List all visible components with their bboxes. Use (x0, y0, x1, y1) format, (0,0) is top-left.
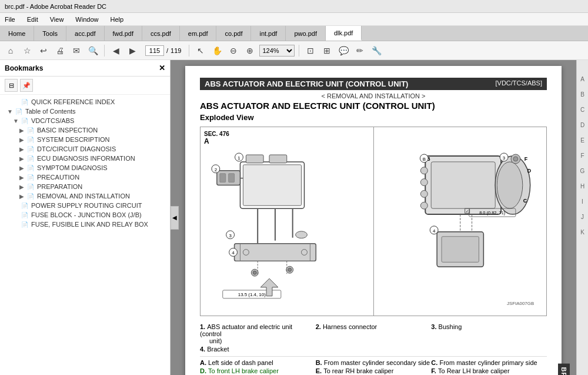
home-btn[interactable]: ⌂ (4, 44, 18, 58)
toggle-ecu[interactable]: ▶ (18, 155, 26, 162)
bookmark-btn[interactable]: ☆ (20, 44, 34, 58)
sidebar-item-quick-ref[interactable]: 📄 QUICK REFERENCE INDEX (0, 97, 170, 107)
brc-badge: BRC (558, 364, 570, 375)
tab-tools[interactable]: Tools (34, 26, 66, 41)
sidebar: Bookmarks ✕ ⊟ 📌 📄 QUICK REFERENCE INDEX … (0, 60, 171, 375)
svg-text:4: 4 (232, 250, 235, 255)
index-h[interactable]: H (577, 179, 588, 193)
toggle-basic[interactable]: ▶ (18, 127, 26, 134)
tab-em[interactable]: em.pdf (180, 26, 217, 41)
sidebar-collapse-handle[interactable]: ◀ (171, 206, 179, 230)
next-page-btn[interactable]: ▶ (125, 44, 139, 58)
toggle-toc[interactable]: ▼ (6, 108, 14, 115)
toggle-prep[interactable]: ▶ (18, 184, 26, 190)
toggle-symptom[interactable]: ▶ (18, 165, 26, 171)
sidebar-item-sys[interactable]: ▶ 📄 SYSTEM DESCRIPTION (0, 135, 170, 144)
back-btn[interactable]: ↩ (36, 44, 51, 58)
tab-co[interactable]: co.pdf (216, 26, 251, 41)
index-b[interactable]: B (577, 87, 588, 101)
index-a[interactable]: A (577, 72, 588, 86)
zoom-select[interactable]: 124% 100% 75% 150% (259, 45, 295, 57)
svg-text:3: 3 (502, 155, 505, 161)
sidebar-item-ecu[interactable]: ▶ 📄 ECU DIAGNOSIS INFORMATION (0, 154, 170, 163)
sidebar-tool-1[interactable]: ⊟ (5, 79, 18, 92)
index-i[interactable]: I (577, 194, 588, 208)
menu-view[interactable]: View (48, 15, 66, 24)
toggle-sys[interactable]: ▶ (18, 137, 26, 143)
doc-icon-fuse2: 📄 (20, 221, 29, 228)
menu-window[interactable]: Window (73, 15, 101, 24)
label-sys: SYSTEM DESCRIPTION (37, 136, 109, 143)
tab-fwd[interactable]: fwd.pdf (105, 26, 142, 41)
sidebar-header: Bookmarks ✕ (0, 60, 170, 77)
prev-page-btn[interactable]: ◀ (109, 44, 123, 58)
index-c[interactable]: C (577, 102, 588, 117)
parts-col-C: C. From master cylinder primary side (431, 359, 547, 366)
sidebar-item-prep[interactable]: ▶ 📄 PREPARATION (0, 182, 170, 191)
page-number-input[interactable] (145, 45, 164, 56)
toggle-dtc[interactable]: ▶ (18, 146, 26, 152)
sidebar-item-basic[interactable]: ▶ 📄 BASIC INSPECTION (0, 125, 170, 135)
cursor-btn[interactable]: ↖ (193, 44, 208, 58)
menu-help[interactable]: Help (108, 15, 126, 24)
index-j[interactable]: J (577, 210, 588, 224)
menu-edit[interactable]: Edit (25, 15, 41, 24)
sidebar-tools: ⊟ 📌 (0, 77, 170, 95)
menu-file[interactable]: File (2, 15, 18, 24)
label-power: POWER SUPPLY ROUTING CIRCUIT (31, 202, 142, 209)
tab-dlk[interactable]: dlk.pdf (326, 26, 362, 41)
parts-col-F: F. To Rear LH brake caliper (431, 367, 547, 374)
zoom-out-btn[interactable]: ⊖ (226, 44, 240, 58)
tab-home[interactable]: Home (0, 26, 34, 41)
content-area[interactable]: ABS ACTUATOR AND ELECTRIC UNIT (CONTROL … (171, 60, 576, 375)
sidebar-item-fuse2[interactable]: 📄 FUSE, FUSIBLE LINK AND RELAY BOX (0, 220, 170, 229)
sidebar-title: Bookmarks (5, 64, 43, 72)
search-btn[interactable]: 🔍 (86, 44, 100, 58)
comment-btn[interactable]: 💬 (336, 44, 350, 58)
diagram-inner: SEC. 476A 1 (201, 127, 546, 316)
print-btn[interactable]: 🖨 (53, 44, 67, 58)
tab-ccs[interactable]: ccs.pdf (142, 26, 180, 41)
tab-pwo[interactable]: pwo.pdf (286, 26, 326, 41)
fit-btn[interactable]: ⊡ (303, 44, 318, 58)
sep1 (104, 45, 105, 57)
doc-icon-fuse: 📄 (20, 212, 29, 218)
sidebar-item-toc[interactable]: ▼ 📄 Table of Contents (0, 107, 170, 116)
toggle-precaution[interactable]: ▶ (18, 174, 26, 181)
sidebar-item-vdc[interactable]: ▼ 📄 VDC/TCS/ABS (0, 116, 170, 125)
svg-text:8.0 (0.82, 71): 8.0 (0.82, 71) (479, 210, 506, 215)
toggle-removal[interactable]: ▶ (18, 193, 26, 200)
index-g[interactable]: G (577, 164, 588, 178)
view-label: Exploded View (200, 113, 254, 122)
index-k[interactable]: K (577, 225, 588, 239)
sidebar-item-power[interactable]: 📄 POWER SUPPLY ROUTING CIRCUIT (0, 201, 170, 210)
part-text-2: Harness connector (323, 323, 377, 330)
svg-text:3: 3 (229, 233, 232, 238)
sidebar-item-precaution[interactable]: ▶ 📄 PRECAUTION (0, 172, 170, 182)
pen-btn[interactable]: ✏ (353, 44, 367, 58)
tab-int[interactable]: int.pdf (251, 26, 286, 41)
index-f[interactable]: F (577, 148, 588, 162)
svg-point-49 (513, 157, 517, 161)
svg-text:1: 1 (238, 155, 240, 161)
svg-rect-1 (243, 165, 301, 205)
doc-icon-basic: 📄 (26, 127, 35, 134)
fit2-btn[interactable]: ⊞ (320, 44, 334, 58)
sidebar-item-dtc[interactable]: ▶ 📄 DTC/CIRCUIT DIAGNOSIS (0, 144, 170, 154)
tab-acc[interactable]: acc.pdf (66, 26, 104, 41)
svg-text:13.5 (1.4, 10): 13.5 (1.4, 10) (238, 292, 266, 297)
index-d[interactable]: D (577, 118, 588, 132)
zoom-in-btn[interactable]: ⊕ (243, 44, 257, 58)
tools2-btn[interactable]: 🔧 (369, 44, 383, 58)
sidebar-item-removal[interactable]: ▶ 📄 REMOVAL AND INSTALLATION (0, 191, 170, 201)
sidebar-item-symptom[interactable]: ▶ 📄 SYMPTOM DIAGNOSIS (0, 163, 170, 172)
email-btn[interactable]: ✉ (69, 44, 83, 58)
svg-point-20 (296, 231, 308, 238)
sidebar-tool-2[interactable]: 📌 (20, 79, 33, 92)
hand-btn[interactable]: ✋ (210, 44, 224, 58)
sidebar-close-btn[interactable]: ✕ (159, 64, 165, 72)
menu-bar: File Edit View Window Help (0, 13, 588, 26)
sidebar-item-fuse[interactable]: 📄 FUSE BLOCK - JUNCTION BOX (J/B) (0, 210, 170, 220)
index-e[interactable]: E (577, 133, 588, 147)
toggle-vdc[interactable]: ▼ (12, 118, 20, 124)
